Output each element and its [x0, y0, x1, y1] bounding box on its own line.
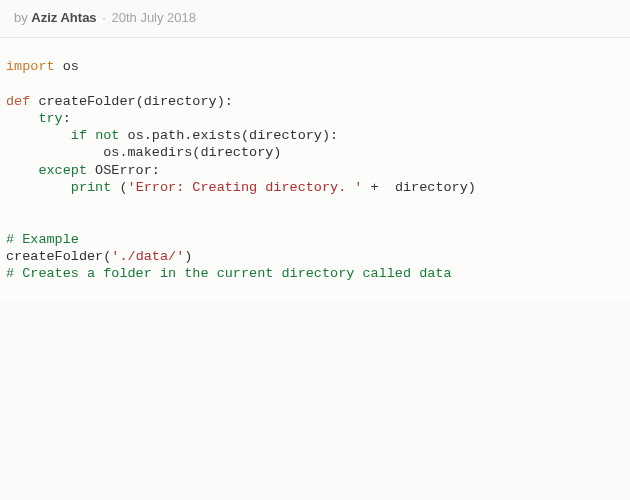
separator-dot: ·	[102, 10, 106, 25]
code-token: './data/'	[111, 249, 184, 264]
code-token	[6, 128, 71, 143]
code-token: # Creates a folder in the current direct…	[6, 266, 452, 281]
code-token: def	[6, 94, 30, 109]
byline-prefix: by	[14, 10, 31, 25]
code-token: print	[71, 180, 112, 195]
code-token	[87, 128, 95, 143]
code-token: (	[111, 180, 127, 195]
code-token: not	[95, 128, 119, 143]
code-token: try	[38, 111, 62, 126]
code-token: createFolder(directory):	[30, 94, 233, 109]
code-token: import	[6, 59, 55, 74]
byline: by Aziz Ahtas · 20th July 2018	[0, 0, 630, 37]
publish-date: 20th July 2018	[111, 10, 196, 25]
code-token: createFolder(	[6, 249, 111, 264]
code-token: + directory)	[362, 180, 475, 195]
code-token	[6, 163, 38, 178]
code-token	[6, 180, 71, 195]
code-token: os.path.exists(directory):	[119, 128, 338, 143]
code-token: )	[184, 249, 192, 264]
author-name[interactable]: Aziz Ahtas	[31, 10, 96, 25]
code-token: # Example	[6, 232, 79, 247]
code-token: OSError:	[87, 163, 160, 178]
code-token: :	[63, 111, 71, 126]
code-block: import os def createFolder(directory): t…	[0, 37, 630, 302]
code-token: if	[71, 128, 87, 143]
code-token: except	[38, 163, 87, 178]
code-token: os.makedirs(directory)	[6, 145, 281, 160]
code-token: 'Error: Creating directory. '	[128, 180, 363, 195]
code-token	[6, 111, 38, 126]
code-token: os	[55, 59, 79, 74]
